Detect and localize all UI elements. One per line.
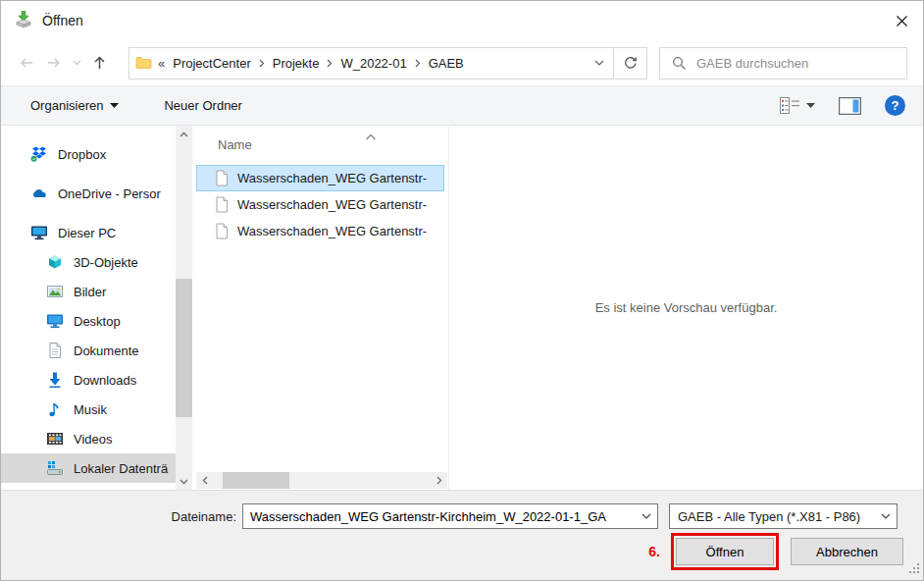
- breadcrumb-item-projectcenter[interactable]: ProjectCenter: [167, 56, 256, 71]
- command-toolbar: Organisieren Neuer Ordner: [1, 85, 923, 126]
- music-icon: [46, 400, 64, 418]
- scrollbar-thumb[interactable]: [223, 472, 289, 489]
- filetype-select[interactable]: GAEB - Alle Typen (*.X81 - P86): [669, 503, 898, 529]
- filename-dropdown-chevron-icon[interactable]: [636, 513, 657, 519]
- filename-label: Dateiname:: [87, 509, 236, 524]
- column-header-label: Name: [218, 137, 252, 152]
- file-icon: [214, 223, 230, 239]
- scroll-right-icon[interactable]: [431, 472, 447, 489]
- breadcrumb-overflow[interactable]: «: [156, 56, 167, 71]
- navigation-pane: Dropbox OneDrive - Persor Dieser PC: [1, 126, 176, 490]
- chevron-right-icon[interactable]: [257, 59, 267, 68]
- sidebar-item-label: Musik: [74, 402, 107, 417]
- file-icon: [214, 170, 230, 186]
- filetype-dropdown-chevron-icon[interactable]: [875, 513, 897, 519]
- sidebar-item-downloads[interactable]: Downloads: [1, 365, 176, 395]
- sidebar-item-music[interactable]: Musik: [1, 395, 176, 424]
- sidebar-item-local-disk[interactable]: Lokaler Datenträ: [1, 453, 176, 483]
- scroll-left-icon[interactable]: [196, 472, 213, 489]
- sidebar-item-3d-objects[interactable]: 3D-Objekte: [1, 247, 176, 277]
- videos-icon: [46, 430, 64, 448]
- chevron-right-icon[interactable]: [325, 59, 334, 68]
- resize-grip[interactable]: [908, 562, 920, 577]
- scroll-down-icon[interactable]: [176, 473, 192, 490]
- this-pc-icon: [30, 224, 48, 241]
- file-list-pane: Name Wasserschaden_WEG Gartenstr- Wasser: [192, 126, 449, 490]
- file-row[interactable]: Wasserschaden_WEG Gartenstr-: [196, 191, 444, 218]
- open-file-icon: [14, 10, 33, 32]
- back-icon[interactable]: [13, 48, 40, 78]
- sidebar-item-pictures[interactable]: Bilder: [1, 277, 176, 306]
- chevron-right-icon[interactable]: [413, 59, 423, 68]
- help-button[interactable]: ?: [885, 95, 905, 116]
- chevron-down-icon: [110, 103, 119, 108]
- button-row: 6. Öffnen Abbrechen: [648, 538, 903, 565]
- 3d-objects-icon: [46, 253, 64, 271]
- help-icon: ?: [885, 95, 905, 116]
- sidebar-scrollbar[interactable]: [176, 126, 192, 490]
- sidebar-item-label: Dropbox: [58, 147, 106, 162]
- breadcrumb-item-gaeb[interactable]: GAEB: [423, 56, 470, 71]
- breadcrumb-item-projekte[interactable]: Projekte: [267, 56, 326, 71]
- breadcrumb-item-w2022[interactable]: W_2022-01: [334, 56, 412, 71]
- up-icon[interactable]: [85, 48, 113, 78]
- title-bar: Öffnen: [1, 1, 923, 40]
- new-folder-button[interactable]: Neuer Ordner: [164, 98, 241, 113]
- close-icon[interactable]: [880, 1, 923, 40]
- open-button[interactable]: Öffnen: [676, 538, 774, 565]
- new-folder-label: Neuer Ordner: [164, 98, 241, 113]
- sidebar-item-label: Videos: [74, 432, 113, 447]
- address-dropdown-chevron-icon[interactable]: [584, 48, 613, 79]
- sidebar-item-label: Desktop: [74, 314, 121, 329]
- forward-icon[interactable]: [40, 48, 68, 78]
- filename-combobox: [242, 503, 658, 529]
- search-input[interactable]: [696, 56, 898, 71]
- sidebar-item-label: Dieser PC: [58, 226, 116, 240]
- annotation-step-number: 6.: [648, 544, 660, 559]
- sidebar-item-videos[interactable]: Videos: [1, 424, 176, 453]
- sidebar-item-this-pc[interactable]: Dieser PC: [1, 218, 176, 247]
- organize-button[interactable]: Organisieren: [30, 98, 119, 113]
- filetype-value: GAEB - Alle Typen (*.X81 - P86): [678, 509, 875, 524]
- column-header-name[interactable]: Name: [196, 126, 448, 159]
- file-rows: Wasserschaden_WEG Gartenstr- Wasserschad…: [196, 159, 448, 472]
- pictures-icon: [46, 283, 64, 300]
- dialog-footer: Dateiname: GAEB - Alle Typen (*.X81 - P8…: [1, 490, 923, 580]
- search-box: [659, 47, 907, 79]
- sidebar-item-onedrive[interactable]: OneDrive - Persor: [1, 179, 176, 208]
- view-mode-button[interactable]: [780, 97, 815, 114]
- chevron-down-icon: [806, 103, 815, 108]
- address-bar: « ProjectCenter Projekte W_2022-01 GAEB: [128, 47, 647, 79]
- sidebar-item-label: Bilder: [74, 285, 106, 299]
- breadcrumb: « ProjectCenter Projekte W_2022-01 GAEB: [129, 48, 584, 79]
- search-icon: [672, 56, 687, 71]
- file-list-horizontal-scrollbar[interactable]: [196, 472, 447, 489]
- window-title: Öffnen: [42, 13, 83, 28]
- sidebar-item-documents[interactable]: Dokumente: [1, 336, 176, 365]
- sidebar-item-label: Downloads: [74, 373, 136, 388]
- local-disk-icon: [46, 459, 64, 477]
- filename-row: Dateiname: GAEB - Alle Typen (*.X81 - P8…: [87, 503, 923, 529]
- nav-buttons: [13, 48, 128, 78]
- documents-icon: [46, 342, 64, 359]
- preview-pane-button[interactable]: [839, 97, 861, 115]
- preview-pane-icon: [839, 97, 861, 115]
- filename-input[interactable]: [243, 509, 636, 524]
- scroll-up-icon[interactable]: [176, 126, 192, 142]
- folder-icon: [135, 56, 152, 70]
- dialog-body: Dropbox OneDrive - Persor Dieser PC: [1, 126, 923, 490]
- file-name: Wasserschaden_WEG Gartenstr-: [237, 171, 427, 185]
- refresh-icon[interactable]: [613, 48, 646, 79]
- file-row[interactable]: Wasserschaden_WEG Gartenstr-: [196, 165, 444, 191]
- sidebar-item-label: Dokumente: [74, 343, 138, 358]
- preview-pane: Es ist keine Vorschau verfügbar.: [449, 126, 923, 490]
- file-row[interactable]: Wasserschaden_WEG Gartenstr-: [196, 218, 444, 244]
- details-view-icon: [780, 97, 800, 114]
- sidebar-item-desktop[interactable]: Desktop: [1, 306, 176, 336]
- sidebar-item-dropbox[interactable]: Dropbox: [1, 139, 176, 169]
- sort-ascending-icon[interactable]: [365, 129, 377, 143]
- sidebar-item-label: Lokaler Datenträ: [74, 461, 168, 476]
- cancel-button[interactable]: Abbrechen: [791, 538, 903, 565]
- scrollbar-thumb[interactable]: [176, 279, 192, 417]
- recent-locations-chevron-icon[interactable]: [68, 48, 85, 78]
